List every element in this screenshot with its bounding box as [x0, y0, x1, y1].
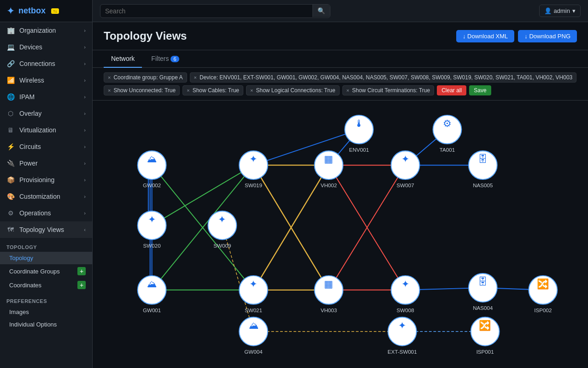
- filter-device: × Device: ENV001, EXT-SW001, GW001, GW00…: [190, 72, 577, 83]
- sidebar-item-virtualization[interactable]: 🖥Virtualization ›: [0, 122, 92, 138]
- node-EXT-SW001[interactable]: ✦ EXT-SW001: [388, 317, 417, 355]
- svg-text:EXT-SW001: EXT-SW001: [388, 349, 417, 355]
- node-GW004[interactable]: ⛰ GW004: [239, 317, 268, 355]
- sidebar-item-circuits[interactable]: ⚡Circuits ›: [0, 138, 92, 155]
- node-SW008[interactable]: ✦ SW008: [391, 276, 420, 313]
- sidebar-label-virtualization: Virtualization: [19, 126, 56, 134]
- filter-show-cables: × Show Cables: True: [182, 85, 243, 95]
- sidebar-item-topology-views[interactable]: 🗺Topology Views ‹: [0, 221, 92, 238]
- sidebar-label-provisioning: Provisioning: [19, 176, 54, 184]
- svg-text:🌡: 🌡: [354, 118, 364, 129]
- overlay-icon: ⬡: [6, 110, 15, 117]
- power-icon: 🔌: [6, 160, 15, 167]
- sidebar-nav: 🏢Organization › 💻Devices › 🔗Connections …: [0, 22, 92, 331]
- sidebar-label-ipam: IPAM: [19, 93, 35, 101]
- node-VH003[interactable]: ▦ VH003: [314, 276, 343, 313]
- sidebar-item-provisioning[interactable]: 📦Provisioning ›: [0, 172, 92, 188]
- sidebar-sub-coordinates[interactable]: Coordinates +: [0, 278, 92, 292]
- svg-text:NAS005: NAS005: [473, 183, 493, 189]
- user-icon: 👤: [544, 7, 552, 14]
- sidebar-item-ipam[interactable]: 🌐IPAM ›: [0, 89, 92, 105]
- sidebar-label-devices: Devices: [19, 43, 42, 51]
- provisioning-icon: 📦: [6, 176, 15, 184]
- svg-text:✦: ✦: [148, 214, 156, 225]
- custom-icon: 🎨: [6, 193, 15, 200]
- coord-groups-add-button[interactable]: +: [77, 267, 86, 275]
- svg-text:GW001: GW001: [143, 307, 161, 313]
- filter-show-circuit: × Show Circuit Terminations: True: [342, 85, 435, 95]
- filter-circuit-remove[interactable]: ×: [347, 88, 349, 93]
- filter-unconnected-remove[interactable]: ×: [108, 88, 111, 93]
- svg-text:⚙: ⚙: [443, 118, 452, 129]
- tab-network[interactable]: Network: [104, 50, 142, 68]
- tab-filters[interactable]: Filters6: [144, 50, 186, 68]
- filter-logical-remove[interactable]: ×: [250, 88, 253, 93]
- save-button[interactable]: Save: [469, 85, 491, 95]
- node-TA001[interactable]: ⚙ TA001: [433, 115, 462, 153]
- topology-svg: 🌡 ENV001 ⚙ TA001 ⛰ GW002 ✦ SW019: [93, 101, 588, 368]
- clear-all-button[interactable]: Clear all: [437, 85, 466, 95]
- svg-text:SW019: SW019: [245, 183, 262, 189]
- sidebar-item-power[interactable]: 🔌Power ›: [0, 155, 92, 172]
- connections-icon: 🔗: [6, 60, 15, 67]
- sidebar-item-connections[interactable]: 🔗Connections ›: [0, 55, 92, 72]
- sidebar-label-wireless: Wireless: [19, 77, 44, 84]
- svg-text:ENV001: ENV001: [349, 147, 369, 153]
- node-SW007[interactable]: ✦ SW007: [391, 151, 420, 188]
- svg-text:⛰: ⛰: [249, 320, 259, 331]
- sidebar: ✦ netbox ↑↓ 🏢Organization › 💻Devices › 🔗…: [0, 0, 93, 368]
- sidebar-label-topology-views: Topology Views: [19, 226, 64, 233]
- node-GW002[interactable]: ⛰ GW002: [138, 151, 166, 188]
- sidebar-item-wireless[interactable]: 📶Wireless ›: [0, 72, 92, 89]
- node-ISP002[interactable]: 🔀 ISP002: [529, 276, 557, 313]
- logo-text: netbox: [18, 6, 46, 16]
- filter-show-unconnected: × Show Unconnected: True: [104, 85, 180, 95]
- sidebar-item-organization[interactable]: 🏢Organization ›: [0, 22, 92, 39]
- node-ISP001[interactable]: 🔀 ISP001: [471, 317, 500, 355]
- sidebar-item-operations[interactable]: ⚙Operations ›: [0, 205, 92, 221]
- svg-text:✦: ✦: [249, 154, 258, 165]
- sidebar-sub-coordinate-groups[interactable]: Coordinate Groups +: [0, 264, 92, 278]
- sidebar-sub-individual-options[interactable]: Individual Options: [0, 318, 92, 331]
- svg-text:🗄: 🗄: [478, 276, 488, 287]
- user-label: admin: [554, 7, 570, 14]
- tabs-bar: Network Filters6: [93, 50, 588, 68]
- search-button[interactable]: 🔍: [312, 5, 330, 17]
- node-SW021[interactable]: ✦ SW021: [239, 276, 268, 313]
- logo-icon: ✦: [6, 5, 15, 17]
- svg-text:🗄: 🗄: [478, 154, 488, 165]
- sidebar-item-devices[interactable]: 💻Devices ›: [0, 39, 92, 55]
- node-ENV001[interactable]: 🌡 ENV001: [345, 115, 373, 153]
- virt-icon: 🖥: [6, 126, 15, 134]
- node-GW001[interactable]: ⛰ GW001: [138, 276, 166, 313]
- filter-cables-remove[interactable]: ×: [187, 88, 189, 93]
- svg-text:SW008: SW008: [397, 307, 414, 313]
- node-SW020[interactable]: ✦ SW020: [138, 211, 166, 249]
- sidebar-sub-topology[interactable]: Topology: [0, 252, 92, 264]
- node-NAS005[interactable]: 🗄 NAS005: [469, 151, 497, 188]
- individual-options-label: Individual Options: [9, 321, 57, 328]
- svg-text:TA001: TA001: [440, 147, 455, 153]
- devices-icon: 💻: [6, 43, 15, 51]
- user-menu-button[interactable]: 👤 admin ▾: [539, 5, 581, 17]
- download-xml-button[interactable]: ↓ Download XML: [456, 30, 514, 42]
- filter-coord-group: × Coordinate group: Gruppe A: [104, 72, 187, 83]
- topology-canvas[interactable]: 🌡 ENV001 ⚙ TA001 ⛰ GW002 ✦ SW019: [93, 101, 588, 368]
- svg-text:✦: ✦: [398, 320, 406, 331]
- download-png-button[interactable]: ↓ Download PNG: [518, 30, 577, 42]
- coordinates-add-button[interactable]: +: [77, 281, 86, 289]
- search-input[interactable]: [100, 5, 312, 18]
- sidebar-label-organization: Organization: [19, 27, 56, 34]
- sidebar-sub-images[interactable]: Images: [0, 306, 92, 318]
- sidebar-item-overlay[interactable]: ⬡Overlay ›: [0, 105, 92, 122]
- ops-icon: ⚙: [6, 209, 15, 217]
- node-NAS004[interactable]: 🗄 NAS004: [469, 273, 497, 311]
- sidebar-item-customization[interactable]: 🎨Customization ›: [0, 188, 92, 205]
- node-SW009[interactable]: ✦ SW009: [208, 211, 236, 249]
- filter-device-remove[interactable]: ×: [194, 75, 197, 80]
- svg-text:✦: ✦: [218, 214, 226, 225]
- filter-coord-group-remove[interactable]: ×: [108, 75, 111, 80]
- org-icon: 🏢: [6, 27, 15, 34]
- filter-show-logical: × Show Logical Connections: True: [246, 85, 340, 95]
- svg-text:ISP002: ISP002: [534, 307, 552, 313]
